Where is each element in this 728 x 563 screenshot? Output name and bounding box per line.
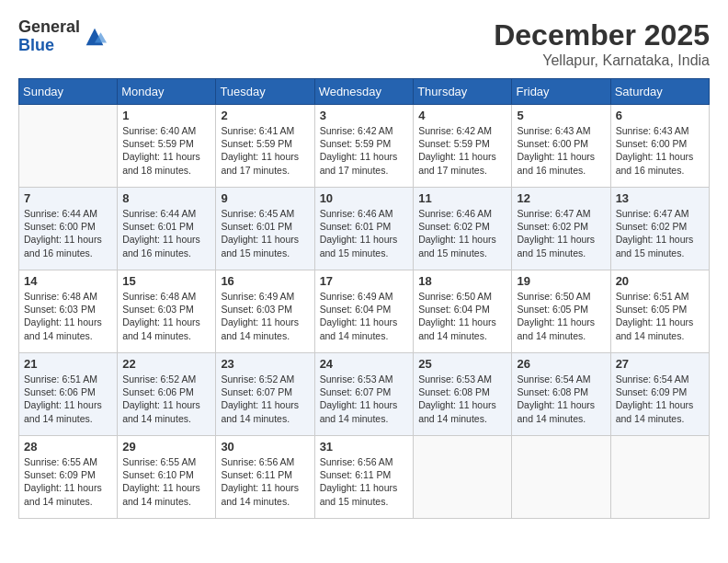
day-number: 30 (221, 440, 309, 454)
calendar-table: SundayMondayTuesdayWednesdayThursdayFrid… (18, 78, 710, 519)
cell-info: Sunrise: 6:52 AMSunset: 6:06 PMDaylight:… (122, 373, 210, 425)
calendar-cell: 6Sunrise: 6:43 AMSunset: 6:00 PMDaylight… (610, 105, 709, 188)
calendar-cell: 4Sunrise: 6:42 AMSunset: 5:59 PMDaylight… (414, 105, 512, 188)
calendar-week-4: 21Sunrise: 6:51 AMSunset: 6:06 PMDayligh… (19, 353, 710, 436)
cell-info: Sunrise: 6:55 AMSunset: 6:09 PMDaylight:… (24, 455, 112, 508)
cell-info: Sunrise: 6:51 AMSunset: 6:05 PMDaylight:… (616, 290, 704, 342)
calendar-cell: 27Sunrise: 6:54 AMSunset: 6:09 PMDayligh… (610, 353, 709, 436)
calendar-cell: 8Sunrise: 6:44 AMSunset: 6:01 PMDaylight… (118, 188, 216, 270)
calendar-cell: 2Sunrise: 6:41 AMSunset: 5:59 PMDaylight… (216, 105, 314, 188)
cell-info: Sunrise: 6:53 AMSunset: 6:07 PMDaylight:… (320, 373, 409, 425)
calendar-header: SundayMondayTuesdayWednesdayThursdayFrid… (19, 79, 710, 105)
day-number: 18 (418, 274, 506, 288)
day-number: 17 (320, 274, 409, 288)
calendar-cell: 17Sunrise: 6:49 AMSunset: 6:04 PMDayligh… (314, 270, 414, 353)
day-number: 21 (24, 357, 112, 371)
column-header-thursday: Thursday (414, 79, 512, 105)
day-number: 12 (517, 191, 605, 205)
calendar-cell: 13Sunrise: 6:47 AMSunset: 6:02 PMDayligh… (610, 188, 709, 270)
calendar-cell: 12Sunrise: 6:47 AMSunset: 6:02 PMDayligh… (512, 188, 610, 270)
cell-info: Sunrise: 6:43 AMSunset: 6:00 PMDaylight:… (517, 124, 605, 177)
calendar-cell: 31Sunrise: 6:56 AMSunset: 6:11 PMDayligh… (314, 436, 414, 519)
month-title: December 2025 (494, 18, 710, 52)
calendar-cell: 30Sunrise: 6:56 AMSunset: 6:11 PMDayligh… (216, 436, 314, 519)
logo-general: General (18, 18, 80, 37)
day-number: 24 (320, 357, 409, 371)
day-number: 19 (517, 274, 605, 288)
calendar-cell: 11Sunrise: 6:46 AMSunset: 6:02 PMDayligh… (414, 188, 512, 270)
day-number: 16 (221, 274, 309, 288)
page-header: General Blue December 2025 Yellapur, Kar… (18, 18, 710, 69)
day-number: 2 (221, 109, 309, 122)
calendar-cell (414, 436, 512, 519)
day-number: 15 (122, 274, 210, 288)
calendar-cell: 24Sunrise: 6:53 AMSunset: 6:07 PMDayligh… (314, 353, 414, 436)
cell-info: Sunrise: 6:47 AMSunset: 6:02 PMDaylight:… (616, 207, 704, 259)
day-number: 4 (418, 109, 506, 122)
calendar-cell: 1Sunrise: 6:40 AMSunset: 5:59 PMDaylight… (118, 105, 216, 188)
cell-info: Sunrise: 6:54 AMSunset: 6:08 PMDaylight:… (517, 373, 605, 425)
cell-info: Sunrise: 6:42 AMSunset: 5:59 PMDaylight:… (320, 124, 409, 177)
calendar-week-3: 14Sunrise: 6:48 AMSunset: 6:03 PMDayligh… (19, 270, 710, 353)
column-header-wednesday: Wednesday (314, 79, 414, 105)
day-number: 25 (418, 357, 506, 371)
calendar-cell: 18Sunrise: 6:50 AMSunset: 6:04 PMDayligh… (414, 270, 512, 353)
location: Yellapur, Karnataka, India (494, 52, 710, 69)
cell-info: Sunrise: 6:49 AMSunset: 6:04 PMDaylight:… (320, 290, 409, 342)
calendar-cell: 21Sunrise: 6:51 AMSunset: 6:06 PMDayligh… (19, 353, 118, 436)
calendar-cell: 29Sunrise: 6:55 AMSunset: 6:10 PMDayligh… (118, 436, 216, 519)
cell-info: Sunrise: 6:47 AMSunset: 6:02 PMDaylight:… (517, 207, 605, 259)
day-number: 8 (122, 191, 210, 205)
logo-text: General Blue (18, 18, 80, 55)
calendar-week-1: 1Sunrise: 6:40 AMSunset: 5:59 PMDaylight… (19, 105, 710, 188)
day-number: 29 (122, 440, 210, 454)
day-number: 31 (320, 440, 409, 454)
day-number: 14 (24, 274, 112, 288)
calendar-cell: 14Sunrise: 6:48 AMSunset: 6:03 PMDayligh… (19, 270, 118, 353)
day-number: 23 (221, 357, 309, 371)
cell-info: Sunrise: 6:51 AMSunset: 6:06 PMDaylight:… (24, 373, 112, 425)
day-number: 9 (221, 191, 309, 205)
calendar-cell: 7Sunrise: 6:44 AMSunset: 6:00 PMDaylight… (19, 188, 118, 270)
calendar-cell: 25Sunrise: 6:53 AMSunset: 6:08 PMDayligh… (414, 353, 512, 436)
day-number: 3 (320, 109, 409, 122)
cell-info: Sunrise: 6:41 AMSunset: 5:59 PMDaylight:… (221, 124, 309, 177)
cell-info: Sunrise: 6:56 AMSunset: 6:11 PMDaylight:… (221, 455, 309, 508)
cell-info: Sunrise: 6:53 AMSunset: 6:08 PMDaylight:… (418, 373, 506, 425)
cell-info: Sunrise: 6:46 AMSunset: 6:02 PMDaylight:… (418, 207, 506, 259)
calendar-cell: 3Sunrise: 6:42 AMSunset: 5:59 PMDaylight… (314, 105, 414, 188)
calendar-cell: 15Sunrise: 6:48 AMSunset: 6:03 PMDayligh… (118, 270, 216, 353)
calendar-cell: 5Sunrise: 6:43 AMSunset: 6:00 PMDaylight… (512, 105, 610, 188)
calendar-cell: 16Sunrise: 6:49 AMSunset: 6:03 PMDayligh… (216, 270, 314, 353)
day-number: 28 (24, 440, 112, 454)
day-number: 22 (122, 357, 210, 371)
logo-icon (82, 24, 108, 50)
logo-blue: Blue (18, 37, 80, 55)
column-header-saturday: Saturday (610, 79, 709, 105)
cell-info: Sunrise: 6:49 AMSunset: 6:03 PMDaylight:… (221, 290, 309, 342)
calendar-week-2: 7Sunrise: 6:44 AMSunset: 6:00 PMDaylight… (19, 188, 710, 270)
cell-info: Sunrise: 6:50 AMSunset: 6:04 PMDaylight:… (418, 290, 506, 342)
day-number: 7 (24, 191, 112, 205)
cell-info: Sunrise: 6:44 AMSunset: 6:00 PMDaylight:… (24, 207, 112, 259)
cell-info: Sunrise: 6:48 AMSunset: 6:03 PMDaylight:… (122, 290, 210, 342)
cell-info: Sunrise: 6:48 AMSunset: 6:03 PMDaylight:… (24, 290, 112, 342)
calendar-cell (512, 436, 610, 519)
day-number: 6 (616, 109, 704, 122)
day-number: 13 (616, 191, 704, 205)
calendar-cell: 20Sunrise: 6:51 AMSunset: 6:05 PMDayligh… (610, 270, 709, 353)
cell-info: Sunrise: 6:44 AMSunset: 6:01 PMDaylight:… (122, 207, 210, 259)
calendar-cell: 23Sunrise: 6:52 AMSunset: 6:07 PMDayligh… (216, 353, 314, 436)
cell-info: Sunrise: 6:50 AMSunset: 6:05 PMDaylight:… (517, 290, 605, 342)
cell-info: Sunrise: 6:43 AMSunset: 6:00 PMDaylight:… (616, 124, 704, 177)
cell-info: Sunrise: 6:55 AMSunset: 6:10 PMDaylight:… (122, 455, 210, 508)
cell-info: Sunrise: 6:52 AMSunset: 6:07 PMDaylight:… (221, 373, 309, 425)
cell-info: Sunrise: 6:45 AMSunset: 6:01 PMDaylight:… (221, 207, 309, 259)
day-number: 27 (616, 357, 704, 371)
day-number: 20 (616, 274, 704, 288)
calendar-body: 1Sunrise: 6:40 AMSunset: 5:59 PMDaylight… (19, 105, 710, 519)
calendar-cell (610, 436, 709, 519)
cell-info: Sunrise: 6:40 AMSunset: 5:59 PMDaylight:… (122, 124, 210, 177)
calendar-cell (19, 105, 118, 188)
calendar-cell: 9Sunrise: 6:45 AMSunset: 6:01 PMDaylight… (216, 188, 314, 270)
